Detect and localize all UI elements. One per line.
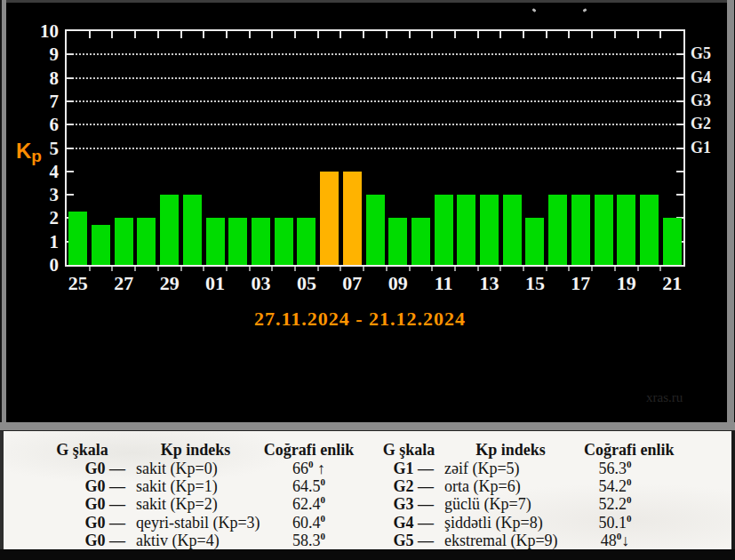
x-axis-tick bbox=[614, 31, 616, 38]
x-axis-tick bbox=[499, 267, 501, 271]
x-axis-tick bbox=[249, 31, 251, 38]
latitude-cell: 64.50 bbox=[262, 477, 356, 495]
x-axis-tick bbox=[523, 31, 524, 38]
x-tick-label: 01 bbox=[205, 272, 225, 295]
kp-bar-29.11 bbox=[160, 195, 179, 265]
y-tick-label: 1 bbox=[12, 230, 59, 253]
y-axis-tick bbox=[67, 77, 74, 79]
kp-index-cell: zəif (Kp=5) bbox=[437, 460, 584, 477]
x-axis-tick bbox=[546, 267, 547, 271]
gridline-kp6 bbox=[72, 124, 678, 125]
kp-bar-12.12 bbox=[457, 195, 475, 265]
kp-bar-27.11 bbox=[115, 218, 133, 265]
x-axis-tick bbox=[134, 267, 136, 271]
legend-header: Kp indeks bbox=[437, 441, 584, 460]
x-axis-tick bbox=[614, 267, 616, 271]
legend-header: Coğrafi enlik bbox=[584, 441, 646, 460]
g-scale-cell: G4 — bbox=[380, 514, 437, 532]
latitude-cell: 56.30 bbox=[584, 460, 646, 477]
kp-index-cell: orta (Kp=6) bbox=[437, 477, 584, 495]
x-tick-label: 25 bbox=[68, 272, 88, 295]
latitude-cell: 54.20 bbox=[584, 477, 646, 495]
g-scale-label-g2: G2 bbox=[691, 115, 711, 133]
legend-header: G şkala bbox=[36, 441, 129, 460]
kp-bar-02.12 bbox=[228, 218, 247, 265]
kp-bar-15.12 bbox=[525, 218, 544, 265]
y-axis-tick bbox=[67, 171, 74, 172]
watermark: xras.ru bbox=[646, 390, 683, 405]
g-scale-cell: G5 — bbox=[380, 532, 437, 549]
x-axis-tick bbox=[111, 31, 113, 38]
x-tick-label: 21 bbox=[662, 272, 682, 295]
x-axis-tick bbox=[340, 31, 341, 38]
y-tick-label: 9 bbox=[12, 43, 59, 66]
x-axis-tick bbox=[89, 31, 91, 38]
y-tick-label: 4 bbox=[12, 160, 59, 183]
panel-separator bbox=[0, 422, 735, 430]
x-axis-tick bbox=[454, 31, 456, 38]
x-axis-tick bbox=[454, 267, 456, 271]
x-axis-tick bbox=[568, 31, 570, 38]
kp-bar-13.12 bbox=[480, 195, 499, 265]
kp-bar-21.12 bbox=[663, 218, 682, 265]
x-axis-tick bbox=[203, 31, 204, 38]
x-axis-tick bbox=[659, 31, 661, 38]
x-axis-tick bbox=[659, 267, 661, 271]
x-axis-tick bbox=[363, 31, 364, 38]
x-axis-tick bbox=[591, 31, 593, 38]
window-border-left bbox=[0, 0, 6, 430]
g-scale-cell: G0 — bbox=[36, 495, 129, 513]
x-axis-tick bbox=[157, 267, 159, 271]
x-axis-tick bbox=[477, 31, 479, 38]
y-axis-tick bbox=[676, 124, 683, 125]
kp-bar-06.12 bbox=[320, 172, 339, 265]
x-axis-tick bbox=[363, 267, 364, 271]
cropped-title-artifact bbox=[583, 8, 587, 12]
plot-area bbox=[65, 29, 685, 267]
window-border-top bbox=[0, 0, 735, 3]
x-axis-tick bbox=[226, 31, 228, 38]
y-axis-tick bbox=[676, 171, 683, 172]
x-axis-tick bbox=[249, 267, 251, 271]
x-tick-label: 09 bbox=[388, 272, 408, 295]
latitude-cell: 62.40 bbox=[262, 495, 356, 513]
x-axis-tick bbox=[157, 31, 159, 38]
x-axis-tick bbox=[317, 267, 319, 271]
window-border-right bbox=[727, 0, 735, 430]
g-scale-cell: G0 — bbox=[36, 514, 129, 532]
x-axis-tick bbox=[568, 267, 570, 271]
kp-index-cell: sakit (Kp=2) bbox=[129, 495, 262, 513]
kp-index-cell: sakit (Kp=1) bbox=[129, 477, 262, 495]
x-tick-label: 07 bbox=[342, 272, 362, 295]
latitude-cell: 52.20 bbox=[584, 495, 646, 513]
x-axis-tick bbox=[431, 267, 433, 271]
legend-header: G şkala bbox=[380, 441, 437, 460]
y-axis-tick bbox=[676, 100, 683, 102]
y-axis-tick bbox=[676, 194, 683, 196]
y-axis-tick bbox=[67, 53, 74, 55]
gridline-kp9 bbox=[72, 53, 678, 55]
x-tick-label: 03 bbox=[251, 272, 270, 295]
x-tick-label: 05 bbox=[297, 272, 316, 295]
y-tick-label: 10 bbox=[12, 20, 59, 43]
kp-bar-14.12 bbox=[503, 195, 522, 265]
x-axis-tick bbox=[499, 31, 501, 38]
gridline-kp5 bbox=[72, 148, 678, 149]
y-axis-tick bbox=[676, 148, 683, 149]
y-tick-label: 7 bbox=[12, 90, 59, 113]
kp-bar-10.12 bbox=[411, 218, 430, 265]
g-scale-label-g5: G5 bbox=[691, 44, 711, 63]
kp-index-window: Kp 27.11.2024 - 21.12.2024 xras.ru G şka… bbox=[0, 0, 735, 560]
latitude-cell: 58.30 bbox=[262, 532, 356, 549]
gridline-kp7 bbox=[72, 100, 678, 102]
kp-index-cell: sakit (Kp=0) bbox=[129, 460, 262, 477]
x-axis-tick bbox=[523, 267, 524, 271]
latitude-cell: 480↓ bbox=[584, 532, 646, 549]
x-tick-label: 29 bbox=[160, 272, 180, 295]
kp-index-cell: güclü (Kp=7) bbox=[437, 495, 584, 513]
g-scale-label-g4: G4 bbox=[691, 68, 711, 87]
x-axis-tick bbox=[431, 31, 433, 38]
y-tick-label: 0 bbox=[12, 253, 59, 276]
x-axis-tick bbox=[386, 267, 387, 271]
x-tick-label: 11 bbox=[435, 272, 453, 295]
